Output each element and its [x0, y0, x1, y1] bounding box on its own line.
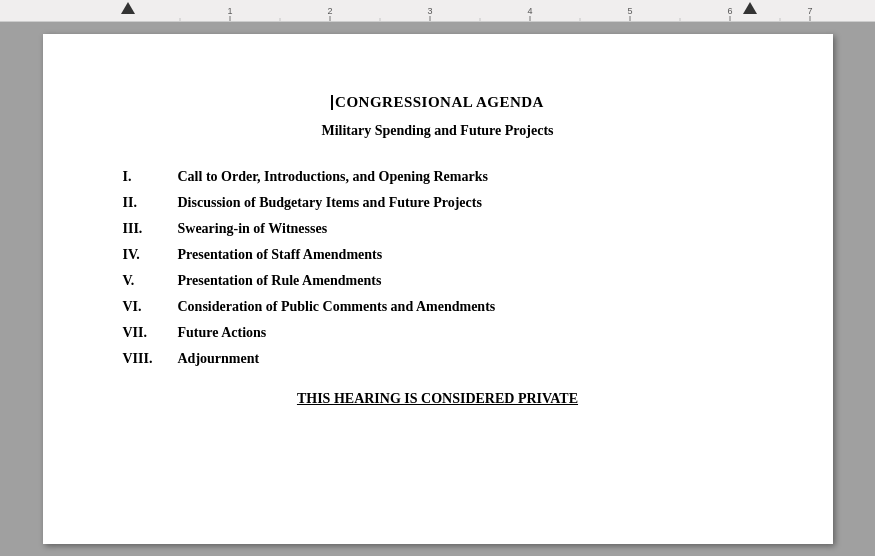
- agenda-num-6: VI.: [123, 299, 178, 315]
- svg-text:6: 6: [727, 6, 732, 16]
- agenda-text-8: Adjournment: [178, 351, 753, 367]
- agenda-num-5: V.: [123, 273, 178, 289]
- page-area: CONGRESSIONAL AGENDA Military Spending a…: [0, 22, 875, 556]
- agenda-text-7: Future Actions: [178, 325, 753, 341]
- agenda-num-8: VIII.: [123, 351, 178, 367]
- agenda-item-8: VIII. Adjournment: [123, 351, 753, 367]
- agenda-text-6: Consideration of Public Comments and Ame…: [178, 299, 753, 315]
- agenda-text-1: Call to Order, Introductions, and Openin…: [178, 169, 753, 185]
- svg-text:4: 4: [527, 6, 532, 16]
- agenda-text-2: Discussion of Budgetary Items and Future…: [178, 195, 753, 211]
- agenda-item-1: I. Call to Order, Introductions, and Ope…: [123, 169, 753, 185]
- svg-text:7: 7: [807, 6, 812, 16]
- agenda-num-7: VII.: [123, 325, 178, 341]
- svg-text:5: 5: [627, 6, 632, 16]
- agenda-text-5: Presentation of Rule Amendments: [178, 273, 753, 289]
- agenda-item-3: III. Swearing-in of Witnesses: [123, 221, 753, 237]
- agenda-text-3: Swearing-in of Witnesses: [178, 221, 753, 237]
- agenda-item-5: V. Presentation of Rule Amendments: [123, 273, 753, 289]
- document-page: CONGRESSIONAL AGENDA Military Spending a…: [43, 34, 833, 544]
- agenda-item-6: VI. Consideration of Public Comments and…: [123, 299, 753, 315]
- agenda-text-4: Presentation of Staff Amendments: [178, 247, 753, 263]
- agenda-list: I. Call to Order, Introductions, and Ope…: [123, 169, 753, 367]
- ruler: 1 2 3 4 5 6 7: [0, 0, 875, 22]
- agenda-num-1: I.: [123, 169, 178, 185]
- agenda-item-7: VII. Future Actions: [123, 325, 753, 341]
- agenda-item-2: II. Discussion of Budgetary Items and Fu…: [123, 195, 753, 211]
- document-subtitle: Military Spending and Future Projects: [123, 123, 753, 139]
- svg-text:1: 1: [227, 6, 232, 16]
- agenda-num-4: IV.: [123, 247, 178, 263]
- private-notice: THIS HEARING IS CONSIDERED PRIVATE: [123, 391, 753, 407]
- svg-text:2: 2: [327, 6, 332, 16]
- agenda-item-4: IV. Presentation of Staff Amendments: [123, 247, 753, 263]
- text-cursor: [331, 95, 333, 110]
- agenda-num-3: III.: [123, 221, 178, 237]
- document-title: CONGRESSIONAL AGENDA: [123, 94, 753, 111]
- svg-text:3: 3: [427, 6, 432, 16]
- agenda-num-2: II.: [123, 195, 178, 211]
